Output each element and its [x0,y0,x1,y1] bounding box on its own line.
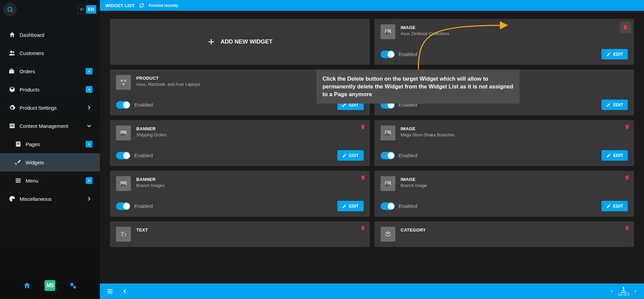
nav-products-label: Products [20,87,86,92]
delete-button[interactable] [624,124,630,130]
edit-button[interactable]: EDIT [601,150,628,161]
nav-widgets[interactable]: Widgets [0,153,100,171]
delete-button[interactable] [620,22,631,33]
image-icon [381,126,395,140]
fetched-label: Fetched recently [149,3,178,7]
page-prev[interactable] [610,290,613,293]
sidebar: বাং EN Dashboard Customers Orders + Prod… [0,0,100,299]
widget-grid: ADD NEW WIDGET IMAGE Asus Zenbook Collec… [110,19,634,247]
widget-subtitle: Mega Store Dhaka Branches [401,133,455,137]
edit-label: EDIT [613,153,623,158]
enabled-toggle[interactable] [116,101,130,109]
nav-product-settings[interactable]: Product Settings [0,99,100,117]
nav-content-management[interactable]: Content Management [0,117,100,135]
bottom-bar: 1 out of 2 [100,283,644,299]
chevron-down-icon [86,123,92,129]
app-logo[interactable]: MS [45,280,55,291]
svg-rect-20 [124,80,126,82]
hint-tooltip: Click the Delete button on the target Wi… [316,70,520,104]
delete-button[interactable] [624,225,630,231]
nav-miscellaneous[interactable]: Miscellaneous [0,190,100,208]
lang-en[interactable]: EN [86,5,96,13]
delete-button[interactable] [360,124,366,130]
delete-button[interactable] [624,175,630,180]
nav-customers-label: Customers [20,50,92,56]
edit-label: EDIT [349,153,359,158]
widget-subtitle: Asus Zenbook Collections [401,31,450,36]
edit-button[interactable]: EDIT [337,201,364,211]
svg-marker-32 [635,290,637,293]
svg-rect-5 [10,125,14,126]
bag-icon [7,68,17,75]
nav-menu-label: Menu [26,178,86,184]
enabled-toggle[interactable] [116,152,130,159]
enabled-label: Enabled [134,203,153,209]
pages-add-button[interactable]: + [86,141,92,147]
nav-dashboard-label: Dashboard [20,32,92,38]
refresh-icon[interactable] [139,3,144,8]
svg-rect-10 [16,179,21,180]
delete-button[interactable] [360,175,366,180]
nav-orders-label: Orders [20,69,86,74]
nav-dashboard[interactable]: Dashboard [0,26,100,44]
edit-button[interactable]: EDIT [337,150,364,161]
image-icon [116,176,131,191]
topbar: WIDGET LIST Fetched recently [100,0,644,11]
widget-type: PRODUCT [136,76,200,81]
image-icon [381,176,395,191]
svg-line-1 [11,11,13,12]
orders-add-button[interactable]: + [86,68,92,75]
page-outof: out of 2 [618,293,629,296]
svg-point-2 [10,51,12,53]
svg-point-24 [386,132,388,133]
text-icon [116,227,131,242]
widget-card: IMAGE Asus Zenbook Collections Enabled E… [374,19,634,65]
product-icon [116,75,131,90]
edit-button[interactable]: EDIT [601,201,628,211]
nav-menu[interactable]: Menu + [0,171,100,190]
page-next[interactable] [634,290,637,293]
nav-customers[interactable]: Customers [0,44,100,62]
menu-icon[interactable] [107,288,113,295]
svg-rect-6 [10,126,14,127]
svg-point-13 [70,283,74,286]
svg-point-0 [8,7,12,11]
nav-products[interactable]: Products + [0,80,100,99]
page-title: WIDGET LIST [105,3,135,8]
svg-rect-19 [121,80,123,82]
widget-grid-wrap: ADD NEW WIDGET IMAGE Asus Zenbook Collec… [100,11,644,283]
delete-button[interactable] [360,225,366,231]
enabled-label: Enabled [134,102,153,108]
lang-bn[interactable]: বাং [78,5,86,13]
enabled-toggle[interactable] [381,202,395,210]
widget-card: IMAGE Mega Store Dhaka Branches Enabled … [374,120,634,166]
svg-marker-31 [611,290,612,293]
enabled-toggle[interactable] [116,202,130,210]
add-widget-label: ADD NEW WIDGET [221,38,273,45]
nav-orders[interactable]: Orders + [0,62,100,80]
enabled-label: Enabled [399,51,417,57]
enabled-toggle[interactable] [381,51,395,58]
menu-add-button[interactable]: + [86,177,92,184]
svg-rect-9 [17,144,20,144]
edit-button[interactable]: EDIT [601,100,628,110]
add-widget-card[interactable]: ADD NEW WIDGET [110,19,370,65]
nav-pages[interactable]: Pages + [0,135,100,153]
settings-gears-icon[interactable] [69,281,77,290]
box-icon [7,86,17,93]
users-icon [7,50,17,56]
nav-widgets-label: Widgets [26,160,92,165]
products-add-button[interactable]: + [86,86,92,93]
enabled-toggle[interactable] [381,152,395,159]
svg-rect-21 [122,83,124,85]
back-button[interactable] [121,288,128,295]
plus-icon [207,38,215,46]
home-icon[interactable] [23,281,31,290]
chevron-right-icon [86,104,92,111]
pages-icon [13,141,23,147]
enabled-label: Enabled [134,153,153,158]
search-button[interactable] [3,3,17,16]
edit-button[interactable]: EDIT [601,49,628,59]
language-switch[interactable]: বাং EN [78,5,96,14]
edit-label: EDIT [349,203,359,209]
